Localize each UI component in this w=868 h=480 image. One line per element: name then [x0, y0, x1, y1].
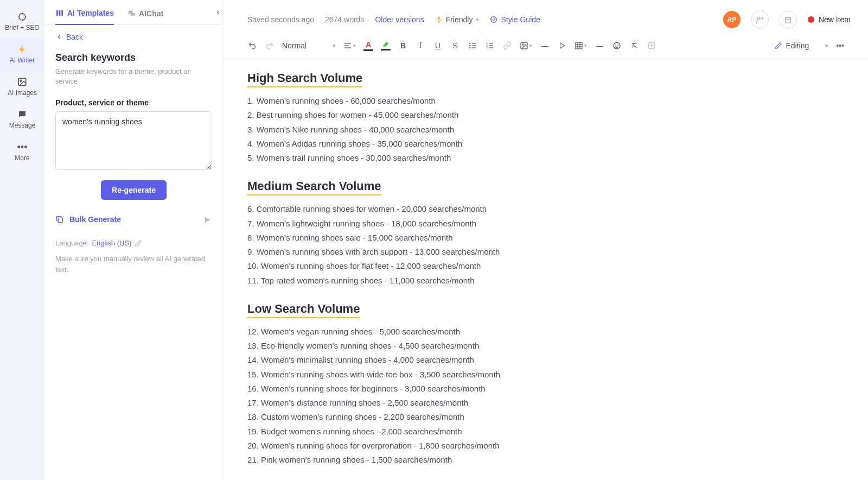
keyword-line[interactable]: 15. Women's running shoes with wide toe … — [247, 368, 844, 382]
templates-icon — [55, 9, 64, 17]
tab-ai-templates[interactable]: AI Templates — [55, 9, 114, 25]
product-input[interactable] — [55, 111, 212, 170]
copy-icon — [55, 215, 64, 224]
more-icon: ••• — [17, 142, 28, 152]
bold-button[interactable]: B — [398, 41, 408, 50]
nav-ai-writer[interactable]: AI Writer — [0, 39, 44, 72]
text-color-button[interactable]: A — [363, 40, 373, 51]
edit-icon[interactable] — [135, 239, 142, 247]
svg-text:3: 3 — [486, 46, 488, 49]
chevron-down-icon: ▾ — [476, 16, 479, 23]
svg-marker-37 — [560, 43, 565, 48]
keyword-line[interactable]: 14. Women's minimalist running shoes - 4… — [247, 353, 844, 367]
play-button[interactable] — [557, 42, 567, 49]
pen-icon — [775, 42, 782, 49]
keyword-line[interactable]: 10. Women's running shoes for flat feet … — [247, 259, 844, 273]
keyword-line[interactable]: 2. Best running shoes for women - 45,000… — [247, 108, 844, 122]
bulk-label: Bulk Generate — [69, 215, 121, 224]
section-heading[interactable]: High Search Volume — [247, 71, 362, 87]
regenerate-button[interactable]: Re-generate — [101, 180, 167, 200]
keyword-line[interactable]: 16. Women's running shoes for beginners … — [247, 382, 844, 396]
tab-label: AIChat — [139, 9, 163, 18]
block-style-select[interactable]: Normal ▾ — [282, 41, 336, 50]
avatar[interactable]: AP — [723, 11, 741, 28]
undo-button[interactable] — [247, 41, 257, 50]
target-icon — [17, 12, 27, 22]
section-heading[interactable]: Low Search Volume — [247, 302, 360, 318]
tone-label: Friendly — [446, 15, 473, 24]
italic-button[interactable]: I — [416, 41, 425, 50]
highlight-button[interactable] — [381, 41, 391, 50]
ordered-list-button[interactable]: 123 — [485, 41, 495, 50]
keyword-line[interactable]: 17. Women's distance running shoes - 2,5… — [247, 396, 844, 410]
strikethrough-button[interactable]: S — [450, 41, 460, 50]
nav-message[interactable]: Message — [0, 104, 44, 137]
panel-tabs: AI Templates AIChat — [44, 0, 223, 25]
redo-button[interactable] — [265, 41, 275, 50]
link-button[interactable] — [502, 41, 512, 50]
export-button[interactable] — [647, 41, 656, 50]
chevron-down-icon: ▾ — [825, 42, 828, 49]
keyword-line[interactable]: 6. Comfortable running shoes for women -… — [247, 202, 844, 216]
svg-rect-9 — [61, 10, 63, 16]
calendar-button[interactable] — [780, 11, 797, 28]
add-user-button[interactable] — [751, 11, 769, 28]
keyword-line[interactable]: 5. Women's trail running shoes - 30,000 … — [247, 151, 844, 165]
nav-more[interactable]: ••• More — [0, 137, 44, 169]
emoji-button[interactable] — [612, 41, 622, 50]
underline-button[interactable]: U — [433, 41, 443, 50]
section-heading[interactable]: Medium Search Volume — [247, 179, 381, 195]
keyword-line[interactable]: 21. Pink women's running shoes - 1,500 s… — [247, 453, 844, 467]
table-button[interactable]: ▾ — [575, 41, 587, 50]
svg-point-43 — [614, 42, 620, 49]
svg-point-44 — [616, 45, 616, 45]
keyword-line[interactable]: 3. Women's Nike running shoes - 40,000 s… — [247, 123, 844, 137]
top-bar: Saved seconds ago 2674 words Older versi… — [224, 0, 868, 35]
keyword-line[interactable]: 9. Women's running shoes with arch suppo… — [247, 245, 844, 259]
keyword-line[interactable]: 13. Eco-friendly women's running shoes -… — [247, 339, 844, 353]
keyword-line[interactable]: 8. Women's running shoes sale - 15,000 s… — [247, 231, 844, 245]
divider-button[interactable]: — — [595, 41, 604, 50]
svg-point-36 — [522, 44, 524, 46]
keyword-line[interactable]: 7. Women's lightweight running shoes - 1… — [247, 217, 844, 231]
older-versions-link[interactable]: Older versions — [375, 15, 424, 24]
bolt-icon — [17, 45, 27, 54]
keyword-line[interactable]: 20. Women's running shoes for overpronat… — [247, 439, 844, 453]
svg-point-13 — [758, 17, 761, 20]
tab-ai-chat[interactable]: AIChat — [127, 9, 163, 24]
nav-label: Brief + SEO — [5, 24, 40, 31]
word-count: 2674 words — [325, 15, 364, 24]
language-row: Language: English (US) — [55, 239, 212, 247]
keyword-line[interactable]: 11. Top rated women's running shoes - 11… — [247, 274, 844, 288]
clear-format-button[interactable] — [629, 41, 639, 50]
nav-ai-images[interactable]: AI Images — [0, 72, 44, 104]
keyword-line[interactable]: 1. Women's running shoes - 60,000 search… — [247, 94, 844, 108]
collapse-handle[interactable] — [212, 7, 224, 18]
back-link[interactable]: Back — [55, 33, 212, 41]
keyword-line[interactable]: 18. Custom women's running shoes - 2,200… — [247, 410, 844, 424]
new-item-indicator[interactable]: New Item — [808, 15, 851, 24]
keyword-line[interactable]: 12. Women's vegan running shoes - 5,000 … — [247, 325, 844, 339]
panel-title: Search keywords — [55, 52, 212, 64]
tone-selector[interactable]: Friendly ▾ — [435, 15, 480, 24]
language-label: Language: — [55, 239, 88, 247]
align-button[interactable]: ▾ — [343, 41, 356, 50]
more-toolbar-button[interactable]: ••• — [836, 41, 844, 50]
svg-rect-11 — [438, 16, 440, 20]
keyword-line[interactable]: 19. Budget women's running shoes - 2,000… — [247, 425, 844, 439]
image-insert-button[interactable]: ▾ — [520, 41, 532, 50]
style-guide-link[interactable]: Style Guide — [490, 15, 540, 24]
language-value[interactable]: English (US) — [92, 239, 131, 247]
clear-formatting-button[interactable]: — — [540, 41, 550, 50]
bullet-list-button[interactable] — [468, 41, 477, 50]
svg-rect-38 — [576, 42, 582, 49]
svg-point-23 — [470, 43, 470, 43]
nav-brief-seo[interactable]: Brief + SEO — [0, 7, 44, 39]
keyword-line[interactable]: 4. Women's Adidas running shoes - 35,000… — [247, 137, 844, 151]
bulk-generate-link[interactable]: Bulk Generate ▶ — [55, 215, 212, 224]
document-body[interactable]: High Search Volume1. Women's running sho… — [224, 59, 868, 480]
style-label: Normal — [282, 41, 307, 50]
nav-label: Message — [9, 122, 36, 129]
review-note: Make sure you manually review all AI gen… — [55, 254, 212, 275]
editing-mode-select[interactable]: Editing ▾ — [775, 41, 828, 50]
